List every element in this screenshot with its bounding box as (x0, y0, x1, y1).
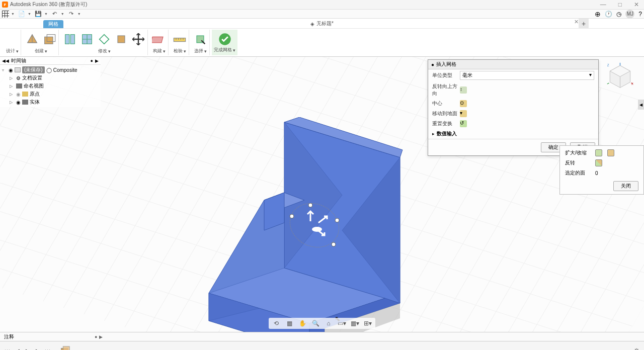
ribbon-label-modify[interactable]: 修改▾ (98, 48, 111, 54)
comment-pin-icon[interactable]: ● (95, 334, 97, 339)
pin-icon[interactable]: ● (91, 58, 93, 63)
comment-expand-icon[interactable]: ▶ (99, 334, 103, 339)
ground-icon[interactable]: ▾ (460, 110, 467, 117)
expand-icon[interactable]: ▷ (10, 76, 15, 80)
ribbon-group-select: 选择▾ (191, 30, 210, 55)
expand-icon[interactable] (595, 149, 602, 156)
invert-icon[interactable] (595, 159, 602, 166)
viewport[interactable]: ◀◀ ● ▶ ▿ ◉ (未保存) ◯ Composite ▷ ⚙ 文档设置 ▷ (0, 57, 644, 332)
expand-arrow-icon[interactable]: ▸ (432, 131, 435, 136)
orbit-icon[interactable]: ⟲ (272, 319, 281, 328)
tab-close-button[interactable]: ✕ (574, 19, 579, 25)
tree-root[interactable]: ▿ ◉ (未保存) ◯ Composite (0, 66, 101, 74)
minimize-button[interactable]: — (597, 1, 609, 8)
tree-item[interactable]: ▷ 命名视图 (0, 82, 101, 90)
grid-settings-icon[interactable]: ▦▾ (350, 319, 359, 328)
viewport-layout-icon[interactable]: ⊞▾ (363, 319, 372, 328)
eye-off-icon[interactable]: ◉ (16, 92, 21, 97)
insert-mesh-icon[interactable] (42, 32, 56, 46)
gear-icon: ⚙ (16, 75, 21, 81)
rp-invert: 反转 (560, 158, 643, 168)
rp-selected-faces: 选定的面 0 (560, 168, 643, 178)
svg-rect-44 (63, 346, 69, 350)
document-tab[interactable]: ◈ 无标题* (310, 19, 334, 29)
ribbon-group-create: 创建▾ (23, 30, 59, 55)
tree-item[interactable]: ▷ ◉ 原点 (0, 90, 101, 98)
svg-point-37 (312, 227, 322, 232)
move-icon[interactable] (131, 32, 145, 46)
timeline-play-button[interactable]: ▶ (24, 347, 31, 351)
ribbon-label-inspect[interactable]: 检验▾ (174, 48, 186, 54)
tree-item[interactable]: ▷ ⚙ 文档设置 (0, 74, 101, 82)
viewport-toolbar: ⟲ ▦ ✋ 🔍 ⌂ ▭▾ ▦▾ ⊞▾ (269, 318, 375, 329)
browser-tree: ▿ ◉ (未保存) ◯ Composite ▷ ⚙ 文档设置 ▷ 命名视图 ▷ (0, 65, 101, 107)
flip-icon[interactable]: ↕ (460, 86, 467, 94)
timeline-prev-button[interactable]: ◀ (14, 347, 21, 351)
select-icon[interactable] (193, 32, 207, 46)
prop-numeric-input[interactable]: ▸ 数值输入 (428, 129, 598, 139)
prop-move-ground: 移动到地面 ▾ (428, 109, 598, 119)
measure-icon[interactable] (173, 32, 187, 46)
comment-bar: ● ▶ (0, 332, 644, 341)
chevron-left-icon[interactable]: ◀◀ (2, 58, 9, 63)
remesh-icon[interactable] (80, 32, 94, 46)
mesh-model[interactable] (206, 117, 408, 332)
chevron-right-icon[interactable]: ▶ (95, 58, 99, 63)
close-button[interactable]: ✕ (631, 1, 642, 8)
unit-type-select[interactable]: 毫米▾ (460, 71, 594, 80)
direct-edit-icon[interactable] (63, 32, 77, 46)
svg-text:Z: Z (607, 63, 609, 67)
display-settings-icon[interactable]: ▭▾ (337, 319, 346, 328)
tree-item[interactable]: ▷ ◉ 实体 (0, 98, 101, 106)
timeline-feature-mesh[interactable] (59, 345, 70, 351)
timeline-settings-icon[interactable]: ⚙ (633, 347, 640, 351)
folder-icon (16, 83, 22, 89)
ribbon-label-select[interactable]: 选择▾ (194, 48, 207, 54)
collapse-icon[interactable]: ▿ (2, 68, 7, 72)
shrink-icon[interactable] (607, 149, 614, 156)
expand-icon[interactable]: ▷ (10, 100, 15, 105)
svg-point-34 (335, 218, 339, 222)
expand-icon[interactable]: ▷ (10, 84, 15, 89)
comment-input[interactable] (4, 334, 95, 339)
properties-header[interactable]: ● 插入网格 (428, 60, 598, 69)
timeline-last-button[interactable]: ⏭ (44, 347, 51, 351)
browser-header: ◀◀ ● ▶ (0, 57, 101, 65)
maximize-button[interactable]: □ (615, 1, 625, 8)
reduce-icon[interactable] (97, 32, 111, 46)
app-logo-icon: F (2, 2, 8, 8)
ribbon-label-construct[interactable]: 构建▾ (153, 48, 166, 54)
app-title: Autodesk Fusion 360 (教育版许可) (10, 1, 87, 8)
window-controls: — □ ✕ (597, 1, 642, 8)
eye-icon[interactable]: ◉ (16, 100, 21, 105)
fit-icon[interactable]: ⌂ (324, 319, 333, 328)
construct-plane-icon[interactable] (152, 32, 166, 46)
tessellate-icon[interactable] (25, 32, 39, 46)
expand-icon[interactable]: ▷ (10, 92, 15, 97)
browser-search-input[interactable] (11, 58, 89, 63)
new-tab-button[interactable]: + (579, 19, 589, 29)
look-at-icon[interactable]: ▦ (285, 319, 294, 328)
ribbon-label-create[interactable]: 创建▾ (35, 48, 47, 54)
finish-check-icon[interactable] (218, 32, 232, 46)
reset-icon[interactable]: ↺ (460, 120, 467, 127)
cube-icon: ◈ (310, 21, 314, 27)
ribbon-label-finish[interactable]: 完成网格▾ (214, 47, 235, 53)
svg-rect-6 (70, 35, 74, 44)
timeline-next-button[interactable]: ▶ (34, 347, 41, 351)
timeline-first-button[interactable]: ⏮ (4, 347, 11, 351)
ribbon-tab-mesh[interactable]: 网格 (43, 20, 63, 28)
radio-icon[interactable]: ◯ (46, 67, 52, 73)
pan-icon[interactable]: ✋ (298, 319, 307, 328)
ribbon-group-inspect: 检验▾ (171, 30, 189, 55)
close-button[interactable]: 关闭 (613, 181, 638, 191)
zoom-icon[interactable]: 🔍 (311, 319, 320, 328)
workspace-switcher[interactable]: 设计▾ (4, 30, 21, 55)
center-icon[interactable]: ⊙ (460, 100, 467, 107)
ribbon-group-construct: 构建▾ (150, 30, 169, 55)
eye-icon[interactable]: ◉ (9, 67, 13, 73)
plane-cut-icon[interactable] (114, 32, 128, 46)
viewcube[interactable]: Z X (606, 62, 634, 90)
panel-expand-handle[interactable]: ◀ (638, 100, 644, 110)
ribbon-toolbar: 设计▾ 创建▾ 修改▾ 构建▾ 检验▾ 选择▾ (0, 29, 644, 57)
